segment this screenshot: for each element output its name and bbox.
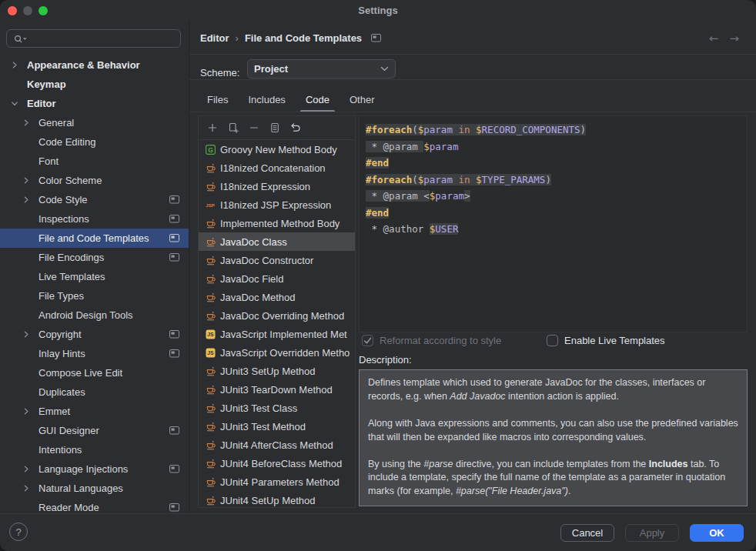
template-item-javadoc-field[interactable]: JavaDoc Field — [199, 269, 355, 288]
template-item-javadoc-method[interactable]: JavaDoc Method — [199, 288, 355, 306]
breadcrumb-current: File and Code Templates — [245, 32, 362, 44]
template-item-javadoc-constructor[interactable]: JavaDoc Constructor — [199, 251, 355, 269]
sidebar-item-keymap[interactable]: Keymap — [0, 75, 189, 94]
sidebar-item-label: Keymap — [27, 78, 66, 90]
sidebar-item-general[interactable]: General — [0, 113, 189, 132]
template-item-javascript-overridden-metho[interactable]: JSJavaScript Overridden Metho — [199, 343, 355, 362]
copy-template-button[interactable] — [264, 119, 285, 137]
sidebar-item-file-encodings[interactable]: File Encodings — [0, 248, 189, 267]
sidebar-item-inspections[interactable]: Inspections — [0, 209, 189, 229]
template-item-groovy-new-method-body[interactable]: GGroovy New Method Body — [199, 140, 355, 159]
search-box[interactable] — [6, 29, 181, 48]
chevron-collapsed-icon[interactable] — [20, 196, 32, 203]
java-icon — [205, 310, 216, 321]
template-item-junit4-afterclass-method[interactable]: JUnit4 AfterClass Method — [199, 436, 355, 454]
back-button[interactable]: ← — [709, 32, 719, 45]
template-item-implemented-method-body[interactable]: Implemented Method Body — [199, 214, 355, 232]
template-item-junit3-setup-method[interactable]: JUnit3 SetUp Method — [199, 362, 355, 380]
enable-live-templates-label: Enable Live Templates — [564, 335, 665, 346]
sidebar-item-android-design-tools[interactable]: Android Design Tools — [0, 306, 189, 325]
template-item-junit4-beforeclass-method[interactable]: JUnit4 BeforeClass Method — [199, 454, 355, 473]
sidebar-item-emmet[interactable]: Emmet — [0, 402, 189, 421]
tab-other[interactable]: Other — [340, 88, 385, 112]
template-code-editor[interactable]: #foreach($param in $RECORD_COMPONENTS) *… — [359, 115, 748, 332]
template-item-javascript-implemented-met[interactable]: JSJavaScript Implemented Met — [199, 325, 355, 343]
cancel-button[interactable]: Cancel — [560, 524, 614, 542]
template-item-javadoc-class[interactable]: JavaDoc Class — [199, 232, 355, 251]
sidebar-item-color-scheme[interactable]: Color Scheme — [0, 171, 189, 190]
tab-files[interactable]: Files — [197, 88, 238, 112]
sidebar-item-compose-live-edit[interactable]: Compose Live Edit — [0, 363, 189, 382]
scheme-select[interactable]: Project — [247, 59, 396, 78]
remove-template-button[interactable] — [243, 119, 264, 137]
close-window-button[interactable] — [8, 6, 17, 15]
code-line: * @author $USER — [366, 221, 747, 238]
template-item-label: JavaDoc Class — [220, 236, 287, 248]
sidebar-item-label: Editor — [27, 98, 56, 109]
chevron-collapsed-icon[interactable] — [20, 485, 32, 492]
sidebar-item-inlay-hints[interactable]: Inlay Hints — [0, 344, 189, 363]
reformat-checkbox[interactable]: Reformat according to style — [362, 335, 501, 346]
sidebar-item-appearance-behavior[interactable]: Appearance & Behavior — [0, 55, 189, 75]
ok-button[interactable]: OK — [690, 524, 744, 542]
tab-includes[interactable]: Includes — [238, 88, 295, 112]
sidebar-item-intentions[interactable]: Intentions — [0, 440, 189, 459]
chevron-collapsed-icon[interactable] — [20, 119, 32, 126]
description-box[interactable]: Defines template which used to generate … — [359, 369, 748, 506]
sidebar-item-reader-mode[interactable]: Reader Mode — [0, 498, 189, 514]
tab-code[interactable]: Code — [296, 88, 340, 112]
svg-text:G: G — [208, 145, 213, 153]
sidebar-item-code-style[interactable]: Code Style — [0, 190, 189, 209]
zoom-window-button[interactable] — [38, 6, 48, 15]
minimize-window-button[interactable] — [23, 6, 32, 15]
sidebar-item-label: Natural Languages — [38, 483, 123, 494]
description-paragraph: By using the #parse directive, you can i… — [368, 458, 738, 499]
template-item-javadoc-overriding-method[interactable]: JavaDoc Overriding Method — [199, 306, 355, 325]
sidebar-item-code-editing[interactable]: Code Editing — [0, 132, 189, 152]
create-child-template-button[interactable] — [222, 119, 243, 137]
enable-live-templates-checkbox[interactable]: Enable Live Templates — [547, 335, 665, 346]
sidebar-item-natural-languages[interactable]: Natural Languages — [0, 479, 189, 498]
sidebar-item-label: GUI Designer — [38, 425, 99, 436]
sidebar-item-duplicates[interactable]: Duplicates — [0, 382, 189, 402]
apply-button[interactable]: Apply — [625, 524, 679, 542]
chevron-collapsed-icon[interactable] — [20, 331, 32, 338]
add-template-button[interactable] — [202, 119, 222, 137]
template-item-i18nized-expression[interactable]: I18nized Expression — [199, 177, 355, 195]
sidebar-item-editor[interactable]: Editor — [0, 94, 189, 113]
breadcrumb-parent[interactable]: Editor — [200, 32, 229, 44]
project-level-icon — [371, 34, 381, 42]
template-item-label: JUnit3 Test Class — [220, 402, 297, 414]
sidebar-item-label: File Encodings — [38, 252, 104, 263]
sidebar-item-label: Intentions — [38, 444, 82, 456]
footer-bar: ? CancelApplyOK — [0, 513, 756, 551]
chevron-expanded-icon[interactable] — [8, 100, 21, 107]
chevron-collapsed-icon[interactable] — [8, 62, 21, 68]
template-item-junit4-parameters-method[interactable]: JUnit4 Parameters Method — [199, 473, 355, 491]
template-item-junit3-teardown-method[interactable]: JUnit3 TearDown Method — [199, 380, 355, 399]
sidebar-item-live-templates[interactable]: Live Templates — [0, 267, 189, 286]
template-item-junit3-test-class[interactable]: JUnit3 Test Class — [199, 399, 355, 417]
template-item-junit3-test-method[interactable]: JUnit3 Test Method — [199, 417, 355, 436]
groovy-icon: G — [205, 144, 216, 155]
forward-button[interactable]: → — [729, 32, 739, 45]
project-level-icon — [169, 195, 179, 204]
chevron-collapsed-icon[interactable] — [20, 408, 32, 415]
breadcrumb-separator-icon: › — [236, 32, 239, 44]
reset-template-button[interactable] — [285, 119, 306, 137]
sidebar-item-file-and-code-templates[interactable]: File and Code Templates — [0, 229, 189, 248]
chevron-collapsed-icon[interactable] — [20, 177, 32, 184]
java-icon — [205, 292, 216, 302]
help-button[interactable]: ? — [9, 523, 28, 541]
sidebar-item-language-injections[interactable]: Language Injections — [0, 459, 189, 479]
template-item-i18nized-jsp-expression[interactable]: JSPI18nized JSP Expression — [199, 195, 355, 214]
chevron-collapsed-icon[interactable] — [20, 466, 32, 473]
search-input[interactable] — [31, 32, 180, 45]
sidebar-item-label: Color Scheme — [38, 175, 102, 186]
template-item-junit4-setup-method[interactable]: JUnit4 SetUp Method — [199, 491, 355, 508]
template-item-i18nized-concatenation[interactable]: I18nized Concatenation — [199, 159, 355, 177]
sidebar-item-gui-designer[interactable]: GUI Designer — [0, 421, 189, 440]
sidebar-item-copyright[interactable]: Copyright — [0, 325, 189, 344]
sidebar-item-file-types[interactable]: File Types — [0, 286, 189, 306]
sidebar-item-font[interactable]: Font — [0, 152, 189, 171]
